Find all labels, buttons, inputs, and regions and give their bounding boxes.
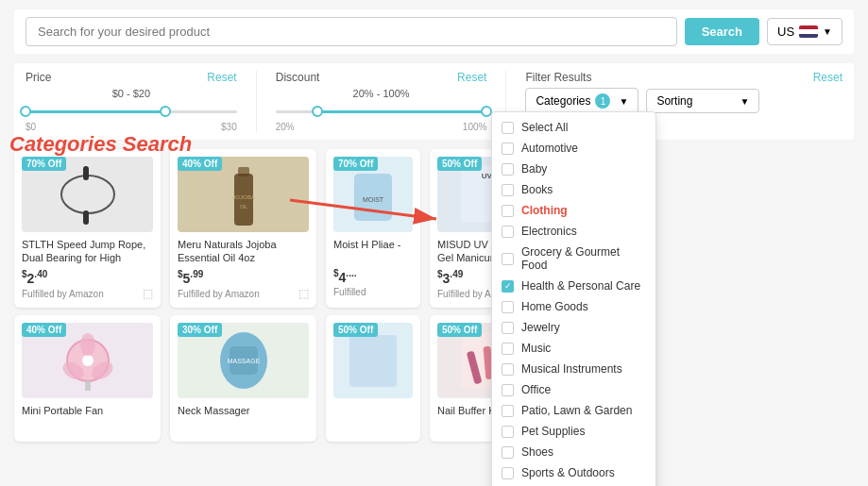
dropdown-item-label: Select All [521,121,568,134]
dropdown-item-sports[interactable]: Sports & Outdoors [492,462,655,483]
checkbox-music[interactable] [502,343,514,355]
dropdown-item-label: Baby [521,162,547,176]
svg-text:MOIST: MOIST [363,196,384,203]
svg-rect-6 [238,167,249,176]
sorting-dropdown[interactable]: Sorting ▼ [646,89,759,113]
checkbox-jewelry[interactable] [502,322,514,334]
dropdown-item-music[interactable]: Music [492,338,655,359]
dropdown-item-label: Jewelry [521,321,560,334]
product-card[interactable]: 40% Off Mini Portable Fan [14,315,161,442]
discount-label: Discount [276,71,320,84]
product-fulfilled: Fulfilled by Amazon ⬚ [22,287,153,300]
price-slider[interactable] [26,103,237,120]
dropdown-item-electronics[interactable]: Electronics [492,221,655,242]
dropdown-item-homegoods[interactable]: Home Goods [492,296,655,317]
product-name: STLTH Speed Jump Rope, Dual Bearing for … [22,238,153,265]
checkbox-sports[interactable] [502,467,514,479]
product-badge: 40% Off [178,157,222,171]
svg-rect-19 [85,381,91,391]
svg-point-2 [61,176,114,213]
product-card[interactable]: 70% Off MOIST Moist H Pliae - $4.... Ful… [326,149,420,308]
product-name: Meru Naturals Jojoba Essential Oil 4oz [178,238,309,265]
discount-slider[interactable] [276,103,487,120]
dropdown-item-label: Shoes [521,445,553,459]
product-badge: 70% Off [333,157,378,171]
price-range-text: $0 - $20 [26,88,237,99]
sorting-label: Sorting [656,94,692,108]
checkbox-clothing[interactable] [502,205,514,217]
country-selector[interactable]: US ▼ [767,18,842,45]
main-container: Search US ▼ Price Reset $0 - $20 $0 [0,0,868,486]
country-label: US [777,25,794,39]
dropdown-item-clothing[interactable]: Clothing [492,200,655,221]
svg-text:OIL: OIL [239,204,247,209]
dropdown-item-label: Grocery & Gourmet Food [521,245,646,272]
dropdown-item-grocery[interactable]: Grocery & Gourmet Food [492,242,655,276]
checkbox-patio[interactable] [502,405,514,417]
checkbox-office[interactable] [502,384,514,396]
dropdown-item-musical-instruments[interactable]: Musical Instruments [492,359,655,379]
dropdown-item-pet[interactable]: Pet Supplies [492,421,655,442]
checkbox-pet[interactable] [502,426,514,438]
dropdown-item-patio[interactable]: Patio, Lawn & Garden [492,400,655,421]
product-badge: 50% Off [333,323,378,337]
dropdown-item-health[interactable]: ✓ Health & Personal Care [492,276,655,296]
search-button[interactable]: Search [685,18,759,45]
categories-dropdown[interactable]: Categories 1 ▼ [525,88,638,114]
price-min-label: $0 [26,122,36,132]
price-label: Price [26,71,51,84]
product-name: Mini Portable Fan [22,404,153,430]
dropdown-item-books[interactable]: Books [492,179,655,200]
checkbox-musical[interactable] [502,363,514,376]
product-badge: 30% Off [178,323,222,337]
checkbox-select-all[interactable] [502,122,514,134]
product-grid-row1: 70% Off STLTH Speed Jump Rope, Dual Bear… [14,149,854,308]
dropdown-item-label: Music [521,342,551,355]
categories-dropdown-menu: Select All Automotive Baby Books Clothin… [491,111,656,486]
discount-filter: Discount Reset 20% - 100% 20% 100% [276,71,487,132]
product-card[interactable]: 70% Off STLTH Speed Jump Rope, Dual Bear… [14,149,161,308]
checkbox-health[interactable]: ✓ [502,280,514,293]
checkbox-books[interactable] [502,184,514,196]
copy-icon: ⬚ [298,287,309,300]
dropdown-item-automotive[interactable]: Automotive [492,138,655,159]
product-card[interactable]: 50% Off [326,315,420,442]
flag-icon [799,25,818,38]
filter-row: Price Reset $0 - $20 $0 $30 Discount Re [14,63,854,140]
dropdown-item-jewelry[interactable]: Jewelry [492,317,655,338]
product-card[interactable]: 40% Off JOJOBA OIL Meru Naturals Jojoba … [170,149,316,308]
product-badge: 40% Off [22,323,66,337]
dropdown-item-label: Electronics [521,225,577,238]
discount-reset[interactable]: Reset [457,71,486,84]
checkbox-homegoods[interactable] [502,301,514,313]
filter-results-reset[interactable]: Reset [813,71,842,84]
checkbox-automotive[interactable] [502,142,514,155]
dropdown-item-office[interactable]: Office [492,379,655,400]
dropdown-item-label: Books [521,183,553,196]
categories-chevron-icon: ▼ [620,96,629,107]
search-input[interactable] [26,17,677,46]
discount-max-label: 100% [463,122,487,132]
copy-icon: ⬚ [143,287,153,300]
sorting-chevron-icon: ▼ [740,96,750,107]
dropdown-item-baby[interactable]: Baby [492,159,655,179]
dropdown-item-label: Clothing [521,204,568,217]
price-reset[interactable]: Reset [207,71,236,84]
checkbox-baby[interactable] [502,163,514,176]
product-grid-row2: 40% Off Mini Portable Fan 30% Off [14,315,854,442]
dropdown-item-label: Sports & Outdoors [521,466,615,479]
product-name: Neck Massager [178,404,309,430]
svg-rect-23 [349,335,397,387]
product-fulfilled: Fulfilled by Amazon ⬚ [178,287,309,300]
checkbox-electronics[interactable] [502,226,514,238]
svg-point-16 [80,333,95,356]
checkbox-grocery[interactable] [502,253,514,265]
dropdown-item-select-all[interactable]: Select All [492,117,655,138]
product-badge: 50% Off [437,157,482,171]
dropdown-item-label: Home Goods [521,300,588,313]
dropdown-item-label: Musical Instruments [521,362,622,376]
price-max-label: $30 [221,122,237,132]
dropdown-item-shoes[interactable]: Shoes [492,442,655,462]
product-card[interactable]: 30% Off MASSAGE Neck Massager [170,315,316,442]
checkbox-shoes[interactable] [502,446,514,459]
